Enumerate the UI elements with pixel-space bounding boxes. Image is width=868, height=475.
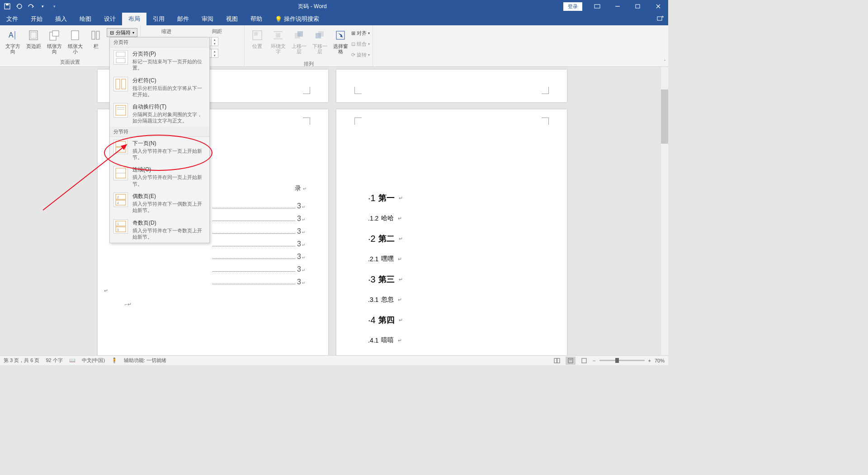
tab-references[interactable]: 引用 <box>146 13 171 25</box>
status-words[interactable]: 92 个字 <box>46 357 62 364</box>
toc-line: 3↵ <box>211 253 306 261</box>
statusbar: 第 3 页，共 6 页 92 个字 📖 中文(中国) 🧍 辅助功能: 一切就绪 … <box>0 355 668 365</box>
status-lang[interactable]: 中文(中国) <box>82 357 105 364</box>
group-button: ⊡组合▾ <box>351 39 370 49</box>
close-icon[interactable] <box>648 0 668 13</box>
text-direction-button[interactable]: A文字方向 <box>3 27 23 55</box>
zoom-slider[interactable] <box>599 360 645 361</box>
tell-me-label: 操作说明搜索 <box>284 15 319 23</box>
minimize-icon[interactable] <box>607 0 627 13</box>
maximize-icon[interactable] <box>627 0 648 13</box>
selection-pane-button[interactable]: 选择窗格 <box>330 27 350 55</box>
svg-rect-2 <box>594 5 600 8</box>
continuous-icon <box>113 166 128 180</box>
qat-customize-icon[interactable]: ▾ <box>39 3 46 10</box>
wrap-button: 环绕文字 <box>268 27 288 55</box>
tab-insert[interactable]: 插入 <box>49 13 73 25</box>
zoom-level[interactable]: 70% <box>655 358 665 363</box>
share-icon[interactable] <box>656 15 664 24</box>
align-icon: ⊞ <box>351 30 355 36</box>
rotate-icon: ⟳ <box>351 52 355 58</box>
tab-home[interactable]: 开始 <box>24 13 49 25</box>
toc-line: 3↵ <box>211 202 306 210</box>
save-icon[interactable] <box>4 3 11 10</box>
print-layout-icon[interactable] <box>566 357 576 365</box>
dd-section-section-breaks: 分节符 <box>110 127 209 137</box>
orientation-button[interactable]: 纸张方向 <box>44 27 64 55</box>
tab-review[interactable]: 审阅 <box>195 13 220 25</box>
rotate-button: ⟳旋转▾ <box>351 50 370 60</box>
tab-layout[interactable]: 布局 <box>122 13 146 25</box>
svg-rect-4 <box>636 5 640 8</box>
svg-rect-14 <box>96 31 99 39</box>
position-button: 位置 <box>247 27 267 50</box>
dd-column-break[interactable]: 分栏符(C)指示分栏符后面的文字将从下一栏开始。 <box>110 74 209 101</box>
quick-access-toolbar: ▾ ▾ <box>0 3 61 10</box>
heading-item: ·3第三↵ <box>368 274 540 285</box>
zoom-out-icon[interactable]: − <box>593 358 595 363</box>
heading-item: .1.2哈哈↵ <box>368 214 540 222</box>
group-arrange: 位置 环绕文字 上移一层 下移一层 选择窗格 ⊞对齐▾ ⊡组合▾ ⟳旋转▾ 排列 <box>245 25 373 66</box>
margins-button[interactable]: 页边距 <box>24 27 43 50</box>
spellcheck-icon[interactable]: 📖 <box>69 357 75 363</box>
toc-line: 3↵ <box>211 278 306 286</box>
svg-rect-26 <box>116 58 125 63</box>
spacing-header: 间距 <box>212 28 222 35</box>
lightbulb-icon: 💡 <box>275 16 282 23</box>
web-layout-icon[interactable] <box>579 357 589 365</box>
dd-odd-page[interactable]: 13 奇数页(D)插入分节符并在下一奇数页上开始新节。 <box>110 216 209 243</box>
ribbon: A文字方向 页边距 纸张方向 纸张大小 栏 ⊟ 分隔符 ▾ 页面设置 缩进 间距… <box>0 25 668 67</box>
dd-page-break[interactable]: 分页符(P)标记一页结束与下一页开始的位置。 <box>110 47 209 74</box>
tab-help[interactable]: 帮助 <box>244 13 269 25</box>
status-page[interactable]: 第 3 页，共 6 页 <box>4 357 39 364</box>
read-mode-icon[interactable] <box>552 357 562 365</box>
undo-icon[interactable] <box>15 3 23 10</box>
heading-item: .2.1嘿嘿↵ <box>368 255 540 263</box>
size-button[interactable]: 纸张大小 <box>65 27 85 55</box>
svg-text:3: 3 <box>117 228 119 231</box>
align-button[interactable]: ⊞对齐▾ <box>351 28 370 38</box>
svg-text:A: A <box>9 31 14 39</box>
toc-line: 3↵ <box>211 215 306 223</box>
dd-continuous[interactable]: 连续(O)插入分节符并在同一页上开始新节。 <box>110 163 209 190</box>
breaks-button[interactable]: ⊟ 分隔符 ▾ <box>107 28 137 37</box>
ribbon-tabs: 文件 开始 插入 绘图 设计 布局 引用 邮件 审阅 视图 帮助 💡 操作说明搜… <box>0 13 668 25</box>
redo-icon[interactable] <box>27 3 34 10</box>
login-button[interactable]: 登录 <box>563 2 582 11</box>
zoom-in-icon[interactable]: + <box>648 358 651 363</box>
tab-file[interactable]: 文件 <box>0 13 24 25</box>
arrange-label: 排列 <box>247 60 370 67</box>
dd-even-page[interactable]: 24 偶数页(E)插入分节符并在下一偶数页上开始新节。 <box>110 190 209 216</box>
window-title: 页码 - Word <box>61 3 563 10</box>
tab-mailings[interactable]: 邮件 <box>171 13 195 25</box>
document-area[interactable]: 录 ↵ 3↵ 3↵ 3↵ 3↵ 3↵ 3↵ 3↵ ↵ ⌐↵ ·1第一↵.1.2哈… <box>0 67 668 355</box>
svg-rect-49 <box>582 358 586 363</box>
dd-next-page[interactable]: 下一页(N)插入分节符并在下一页上开始新节。 <box>110 137 209 164</box>
svg-rect-47 <box>568 358 573 363</box>
toc-line: 3↵ <box>211 227 306 235</box>
accessibility-icon: 🧍 <box>111 357 118 363</box>
svg-rect-13 <box>92 31 95 39</box>
tab-draw[interactable]: 绘图 <box>73 13 98 25</box>
columns-button[interactable]: 栏 <box>86 27 106 50</box>
svg-rect-11 <box>52 31 59 36</box>
status-accessibility[interactable]: 辅助功能: 一切就绪 <box>124 357 166 364</box>
svg-rect-25 <box>116 52 125 56</box>
tab-design[interactable]: 设计 <box>98 13 122 25</box>
svg-rect-46 <box>557 358 560 363</box>
collapse-ribbon-icon[interactable]: ˆ <box>664 60 665 65</box>
svg-rect-5 <box>657 17 662 20</box>
svg-rect-28 <box>122 79 126 89</box>
dd-section-page-breaks: 分页符 <box>110 38 209 47</box>
ribbon-display-icon[interactable] <box>587 0 607 13</box>
breaks-label: 分隔符 <box>116 29 131 36</box>
vertical-scrollbar[interactable] <box>661 67 668 355</box>
svg-rect-1 <box>6 4 9 5</box>
qat-more-icon[interactable]: ▾ <box>51 3 58 10</box>
tab-view[interactable]: 视图 <box>220 13 244 25</box>
dd-wrap-break[interactable]: 自动换行符(T)分隔网页上的对象周围的文字，如分隔题注文字与正文。 <box>110 100 209 127</box>
tell-me-search[interactable]: 💡 操作说明搜索 <box>269 13 326 25</box>
next-page-icon <box>113 140 128 154</box>
svg-rect-16 <box>254 32 258 36</box>
svg-text:1: 1 <box>117 222 119 226</box>
